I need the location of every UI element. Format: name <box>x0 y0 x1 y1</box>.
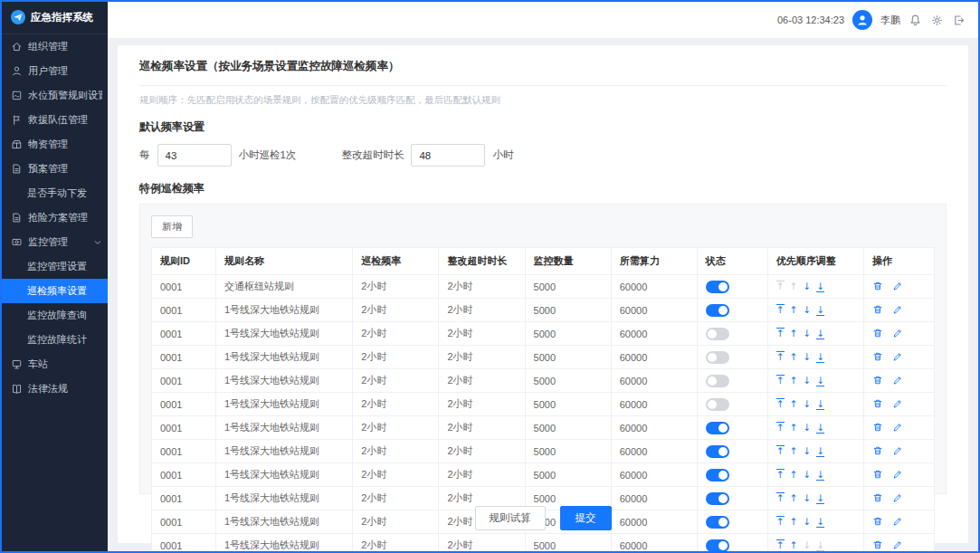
move-up-icon[interactable]: ↑ <box>790 423 798 433</box>
edit-icon[interactable] <box>892 422 903 433</box>
move-to-bottom-icon[interactable]: ↓ <box>816 329 824 339</box>
delete-icon[interactable] <box>872 398 883 409</box>
edit-icon[interactable] <box>892 351 903 362</box>
sidebar-item-plan-management[interactable]: 预案管理 <box>2 157 108 181</box>
delete-icon[interactable] <box>872 281 883 291</box>
sidebar-item-monitoring-management[interactable]: 监控管理 <box>2 230 108 254</box>
logout-icon[interactable] <box>952 14 966 27</box>
status-toggle[interactable] <box>706 398 729 411</box>
status-toggle[interactable] <box>706 375 729 387</box>
move-down-icon[interactable]: ↓ <box>803 540 811 550</box>
status-toggle[interactable] <box>706 492 729 505</box>
move-to-top-icon[interactable]: ↑ <box>776 422 785 433</box>
delete-icon[interactable] <box>872 351 883 362</box>
status-toggle[interactable] <box>706 328 729 340</box>
rectification-timeout-input[interactable] <box>411 144 485 167</box>
move-to-bottom-icon[interactable]: ↓ <box>816 470 824 481</box>
move-to-top-icon[interactable]: ↑ <box>776 375 785 386</box>
move-down-icon[interactable]: ↓ <box>803 423 811 433</box>
bell-icon[interactable] <box>909 14 922 27</box>
move-to-bottom-icon[interactable]: ↓ <box>816 281 824 292</box>
move-down-icon[interactable]: ↓ <box>803 376 811 386</box>
sidebar-item-supplies-management[interactable]: 物资管理 <box>2 132 108 157</box>
move-to-top-icon[interactable]: ↑ <box>776 539 785 550</box>
move-down-icon[interactable]: ↓ <box>803 446 811 456</box>
status-toggle[interactable] <box>706 539 729 552</box>
edit-icon[interactable] <box>892 398 903 409</box>
move-down-icon[interactable]: ↓ <box>803 352 811 362</box>
sidebar-item-monitoring-fault-stats[interactable]: 监控故障统计 <box>2 328 108 352</box>
move-to-top-icon[interactable]: ↑ <box>776 281 785 291</box>
user-avatar[interactable] <box>852 10 872 30</box>
move-up-icon[interactable]: ↑ <box>790 305 798 315</box>
move-to-bottom-icon[interactable]: ↓ <box>816 399 824 410</box>
sidebar-item-station[interactable]: 车站 <box>2 352 108 377</box>
move-down-icon[interactable]: ↓ <box>803 305 811 315</box>
submit-button[interactable]: 提交 <box>560 506 612 530</box>
move-to-top-icon[interactable]: ↑ <box>776 351 785 362</box>
move-up-icon[interactable]: ↑ <box>790 352 798 362</box>
edit-icon[interactable] <box>892 375 903 386</box>
move-up-icon[interactable]: ↑ <box>790 281 798 291</box>
delete-icon[interactable] <box>872 422 883 433</box>
sidebar-item-rescue-team-management[interactable]: 救援队伍管理 <box>2 108 108 132</box>
edit-icon[interactable] <box>892 304 903 315</box>
settings-icon[interactable] <box>930 14 944 27</box>
delete-icon[interactable] <box>872 469 883 480</box>
edit-icon[interactable] <box>892 469 903 480</box>
sidebar-item-user-management[interactable]: 用户管理 <box>2 59 108 83</box>
status-toggle[interactable] <box>706 351 729 364</box>
move-up-icon[interactable]: ↑ <box>790 446 798 456</box>
move-down-icon[interactable]: ↓ <box>803 470 811 480</box>
edit-icon[interactable] <box>892 281 903 291</box>
move-to-bottom-icon[interactable]: ↓ <box>816 540 824 551</box>
inspection-interval-input[interactable] <box>157 144 232 167</box>
move-to-top-icon[interactable]: ↑ <box>776 469 785 480</box>
sidebar-item-monitoring-fault-query[interactable]: 监控故障查询 <box>2 303 108 328</box>
edit-icon[interactable] <box>892 445 903 456</box>
status-toggle[interactable] <box>706 304 729 317</box>
move-up-icon[interactable]: ↑ <box>790 376 798 386</box>
status-toggle[interactable] <box>706 445 729 458</box>
move-to-bottom-icon[interactable]: ↓ <box>816 376 824 386</box>
move-up-icon[interactable]: ↑ <box>790 329 798 338</box>
edit-icon[interactable] <box>892 328 903 338</box>
cell-priority-adjust: ↑↑↓↓ <box>767 369 863 393</box>
move-up-icon[interactable]: ↑ <box>790 470 798 480</box>
move-down-icon[interactable]: ↓ <box>803 281 811 291</box>
status-toggle[interactable] <box>706 469 729 481</box>
status-toggle[interactable] <box>706 281 729 293</box>
sidebar-item-water-level-warning-rules[interactable]: 水位预警规则设置 <box>2 83 108 108</box>
move-up-icon[interactable]: ↑ <box>790 540 798 550</box>
move-to-top-icon[interactable]: ↑ <box>776 398 785 409</box>
delete-icon[interactable] <box>872 328 883 338</box>
move-down-icon[interactable]: ↓ <box>803 329 811 338</box>
move-to-bottom-icon[interactable]: ↓ <box>816 446 824 457</box>
sidebar-item-inspection-frequency-settings[interactable]: 巡检频率设置 <box>2 279 108 303</box>
edit-icon[interactable] <box>892 539 903 550</box>
delete-icon[interactable] <box>872 304 883 315</box>
move-down-icon[interactable]: ↓ <box>803 399 811 409</box>
delete-icon[interactable] <box>872 445 883 456</box>
sidebar-item-monitoring-settings[interactable]: 监控管理设置 <box>2 254 108 279</box>
move-to-top-icon[interactable]: ↑ <box>776 328 785 338</box>
sidebar-item-org-management[interactable]: 组织管理 <box>2 34 108 59</box>
status-toggle[interactable] <box>706 516 729 529</box>
add-rule-button[interactable]: 新增 <box>151 215 193 238</box>
rule-trial-button[interactable]: 规则试算 <box>475 506 546 530</box>
status-toggle[interactable] <box>706 422 729 434</box>
delete-icon[interactable] <box>872 375 883 386</box>
delete-icon[interactable] <box>872 539 883 550</box>
move-to-top-icon[interactable]: ↑ <box>776 445 785 456</box>
sidebar-item-manual-dispatch[interactable]: 是否手动下发 <box>2 181 108 205</box>
sidebar-item-emergency-plan-management[interactable]: 抢险方案管理 <box>2 205 108 230</box>
move-to-bottom-icon[interactable]: ↓ <box>816 305 824 316</box>
move-to-top-icon[interactable]: ↑ <box>776 304 785 315</box>
cell-name: 1号线深大地铁站规则 <box>215 440 352 463</box>
move-to-bottom-icon[interactable]: ↓ <box>816 423 824 434</box>
sidebar-item-laws-regulations[interactable]: 法律法规 <box>2 377 108 401</box>
column-header: 整改超时时长 <box>439 248 525 275</box>
move-up-icon[interactable]: ↑ <box>790 399 798 409</box>
move-to-bottom-icon[interactable]: ↓ <box>816 352 824 363</box>
rule-order-hint: 规则顺序：先匹配启用状态的场景规则，按配置的优先级顺序匹配，最后匹配默认规则 <box>139 94 947 107</box>
